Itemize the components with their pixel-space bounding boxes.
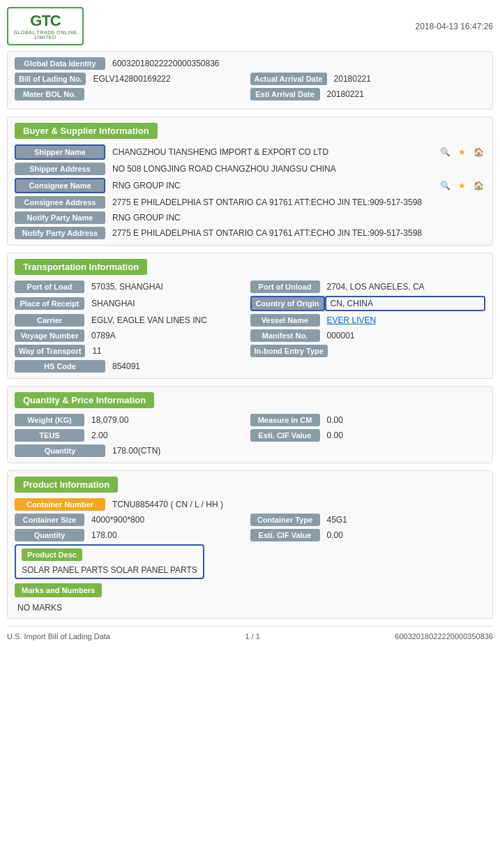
manifest-no-label: Manifest No. xyxy=(250,329,320,342)
container-size-label: Container Size xyxy=(15,514,84,526)
teus-label: TEUS xyxy=(15,429,84,442)
teus-row: TEUS 2.00 Esti. CIF Value 0.00 xyxy=(15,429,485,442)
notify-party-address-label: Notify Party Address xyxy=(15,227,105,239)
country-origin-label: Country of Origin xyxy=(250,296,325,311)
esti-arrival-value: 20180221 xyxy=(320,89,486,99)
shipper-address-label: Shipper Address xyxy=(15,163,105,175)
top-info-card: Global Data Identity 6003201802222000035… xyxy=(7,51,493,110)
vessel-name-value[interactable]: EVER LIVEN xyxy=(320,315,486,325)
manifest-no-right: Manifest No. 000001 xyxy=(250,329,486,342)
footer-left: U.S. Import Bill of Lading Data xyxy=(7,632,110,641)
buyer-supplier-header: Buyer & Supplier Information xyxy=(15,123,158,139)
weight-value: 18,079.00 xyxy=(84,415,250,425)
carrier-value: EGLV, EAGLE VAN LINES INC xyxy=(84,315,250,325)
carrier-label: Carrier xyxy=(15,314,84,327)
notify-party-name-row: Notify Party Name RNG GROUP INC xyxy=(15,211,485,224)
port-load-label: Port of Load xyxy=(15,280,84,293)
port-load-value: 57035, SHANGHAI xyxy=(84,282,250,292)
notify-party-address-row: Notify Party Address 2775 E PHILADELPHIA… xyxy=(15,227,485,239)
quantity-label: Quantity xyxy=(15,444,105,457)
port-unload-right: Port of Unload 2704, LOS ANGELES, CA xyxy=(250,280,486,293)
global-data-identity-label: Global Data Identity xyxy=(15,57,105,70)
container-number-value: TCNU8854470 ( CN / L / HH ) xyxy=(105,500,485,509)
place-receipt-value: SHANGHAI xyxy=(84,299,250,308)
star-icon[interactable]: ★ xyxy=(455,145,469,159)
weight-left: Weight (KG) 18,079.00 xyxy=(15,414,250,426)
bill-lading-label: Bill of Lading No. xyxy=(15,73,86,85)
measure-cm-label: Measure in CM xyxy=(250,414,320,426)
place-receipt-left: Place of Receipt SHANGHAI xyxy=(15,297,250,310)
place-receipt-label: Place of Receipt xyxy=(15,297,84,310)
product-desc-label: Product Desc xyxy=(22,548,82,561)
consignee-name-row: Consignee Name RNG GROUP INC 🔍 ★ 🏠 xyxy=(15,178,485,193)
consignee-name-value: RNG GROUP INC xyxy=(105,181,434,190)
way-transport-left: Way of Transport 11 xyxy=(15,345,250,357)
container-number-row: Container Number TCNU8854470 ( CN / L / … xyxy=(15,498,485,511)
actual-arrival-value: 20180221 xyxy=(327,74,485,84)
product-info-card: Product Information Container Number TCN… xyxy=(7,470,493,619)
quantity-price-card: Quantity & Price Information Weight (KG)… xyxy=(7,386,493,463)
consignee-name-label: Consignee Name xyxy=(15,178,105,193)
shipper-name-value: CHANGZHOU TIANSHENG IMPORT & EXPORT CO L… xyxy=(105,147,434,157)
home-icon-2[interactable]: 🏠 xyxy=(471,179,485,193)
container-type-value: 45G1 xyxy=(320,515,486,525)
vessel-name-label: Vessel Name xyxy=(250,314,320,327)
consignee-address-row: Consignee Address 2775 E PHILADELPHIA ST… xyxy=(15,196,485,209)
country-origin-value: CN, CHINA xyxy=(325,296,485,311)
hs-code-value: 854091 xyxy=(105,361,485,371)
in-bond-right: In-bond Entry Type xyxy=(250,345,486,357)
mater-bol-label: Mater BOL No. xyxy=(15,88,84,100)
quantity-value: 178.00(CTN) xyxy=(105,446,485,456)
quantity-price-header: Quantity & Price Information xyxy=(15,392,154,408)
home-icon[interactable]: 🏠 xyxy=(471,145,485,159)
port-unload-label: Port of Unload xyxy=(250,280,320,293)
product-desc-block: Product Desc SOLAR PANEL PARTS SOLAR PAN… xyxy=(15,544,204,579)
port-load-left: Port of Load 57035, SHANGHAI xyxy=(15,280,250,293)
esti-arrival-right: Esti Arrival Date 20180221 xyxy=(250,88,486,100)
star-icon-2[interactable]: ★ xyxy=(455,179,469,193)
buyer-supplier-card: Buyer & Supplier Information Shipper Nam… xyxy=(7,117,493,246)
actual-arrival-label: Actual Arrival Date xyxy=(250,73,327,85)
weight-row: Weight (KG) 18,079.00 Measure in CM 0.00 xyxy=(15,414,485,426)
place-receipt-row: Place of Receipt SHANGHAI Country of Ori… xyxy=(15,296,485,311)
teus-value: 2.00 xyxy=(84,431,250,440)
voyage-number-value: 0789A xyxy=(84,331,250,341)
consignee-icons: 🔍 ★ 🏠 xyxy=(438,179,485,193)
shipper-address-row: Shipper Address NO 508 LONGJING ROAD CHA… xyxy=(15,163,485,175)
product-esti-cif-label: Esti. CIF Value xyxy=(250,529,320,541)
in-bond-label: In-bond Entry Type xyxy=(250,345,328,357)
measure-cm-right: Measure in CM 0.00 xyxy=(250,414,486,426)
quantity-row: Quantity 178.00(CTN) xyxy=(15,444,485,457)
notify-party-address-value: 2775 E PHILADELPHIA ST ONTARIO CA 91761 … xyxy=(105,228,485,238)
logo-letters: GTC xyxy=(30,13,60,29)
container-type-right: Container Type 45G1 xyxy=(250,514,486,526)
notify-party-name-label: Notify Party Name xyxy=(15,211,105,224)
page-header: GTC GLOBAL TRADE ONLINE LIMITED 2018-04-… xyxy=(7,7,493,45)
bill-lading-row: Bill of Lading No. EGLV142800169222 Actu… xyxy=(15,73,485,85)
bill-lading-value: EGLV142800169222 xyxy=(86,74,250,84)
mater-bol-row: Mater BOL No. Esti Arrival Date 20180221 xyxy=(15,88,485,100)
esti-arrival-label: Esti Arrival Date xyxy=(250,88,320,100)
product-esti-cif-value: 0.00 xyxy=(320,530,486,540)
actual-arrival-right: Actual Arrival Date 20180221 xyxy=(250,73,486,85)
voyage-number-label: Voyage Number xyxy=(15,329,84,342)
page-footer: U.S. Import Bill of Lading Data 1 / 1 60… xyxy=(7,626,493,641)
product-quantity-value: 178.00 xyxy=(84,530,250,540)
hs-code-label: HS Code xyxy=(15,360,105,373)
logo-sub: GLOBAL TRADE ONLINE LIMITED xyxy=(11,30,79,40)
marks-numbers-label: Marks and Numbers xyxy=(15,583,102,597)
carrier-row: Carrier EGLV, EAGLE VAN LINES INC Vessel… xyxy=(15,314,485,327)
weight-label: Weight (KG) xyxy=(15,414,84,426)
search-icon[interactable]: 🔍 xyxy=(438,145,452,159)
main-page: GTC GLOBAL TRADE ONLINE LIMITED 2018-04-… xyxy=(0,0,500,868)
port-load-row: Port of Load 57035, SHANGHAI Port of Unl… xyxy=(15,280,485,293)
voyage-number-left: Voyage Number 0789A xyxy=(15,329,250,342)
shipper-name-label: Shipper Name xyxy=(15,144,105,160)
global-data-identity-value: 60032018022220000350836 xyxy=(105,59,485,68)
vessel-name-right: Vessel Name EVER LIVEN xyxy=(250,314,486,327)
product-desc-value: SOLAR PANEL PARTS SOLAR PANEL PARTS xyxy=(22,565,197,575)
global-data-identity-row: Global Data Identity 6003201802222000035… xyxy=(15,57,485,70)
teus-left: TEUS 2.00 xyxy=(15,429,250,442)
esti-cif-right: Esti. CIF Value 0.00 xyxy=(250,429,486,442)
search-icon-2[interactable]: 🔍 xyxy=(438,179,452,193)
